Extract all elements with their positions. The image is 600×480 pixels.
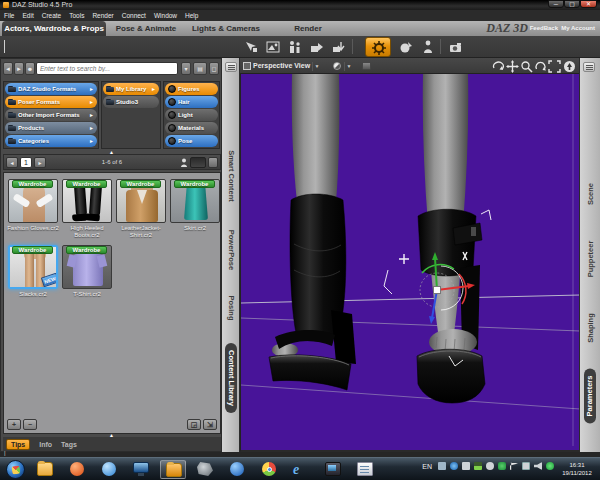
product-skirt[interactable]: Wardrobe Skirt.cr2 <box>170 179 220 243</box>
camera-dropdown[interactable]: ▼ <box>312 62 321 71</box>
taskbar-windows-explorer[interactable] <box>32 460 58 479</box>
tree-item-hair[interactable]: Hair <box>165 96 218 108</box>
search-option-button[interactable]: ▾ <box>181 62 191 75</box>
dock-menu-icon[interactable] <box>225 62 237 72</box>
dock-menu-icon[interactable] <box>583 62 595 72</box>
view-size-button[interactable] <box>208 157 218 168</box>
tab-parameters[interactable]: Parameters <box>584 369 596 424</box>
bluetooth-tray-icon[interactable] <box>450 462 458 470</box>
tab-render[interactable]: Render <box>286 21 330 36</box>
tab-powerpose[interactable]: PowerPose <box>226 230 235 270</box>
camera-selector[interactable]: Perspective View <box>253 62 310 69</box>
taskbar-messenger[interactable] <box>96 460 122 479</box>
flag-tray-icon[interactable] <box>510 462 518 470</box>
menu-help[interactable]: Help <box>185 12 198 19</box>
surfaces-paint-icon[interactable] <box>398 39 414 55</box>
scene-image-icon[interactable] <box>265 39 281 55</box>
tab-content-library[interactable]: Content Library <box>225 343 237 413</box>
zoom-out-button[interactable]: − <box>23 419 37 430</box>
tab-actors-wardrobe-props[interactable]: Actors, Wardrobe & Props <box>2 21 106 36</box>
wardrobe-export-icon[interactable] <box>309 39 325 55</box>
tree-item-pose[interactable]: Pose <box>165 135 218 147</box>
taskbar-internet-explorer[interactable]: e <box>288 460 314 479</box>
taskbar-document[interactable] <box>352 460 378 479</box>
zoom-in-button[interactable]: + <box>7 419 21 430</box>
menu-window[interactable]: Window <box>154 12 177 19</box>
orbit-camera-icon[interactable] <box>492 60 505 73</box>
tree-item-props[interactable]: Props <box>165 148 218 149</box>
tree-item-studio3[interactable]: Studio3 <box>103 96 159 108</box>
drawstyle-dropdown[interactable]: ▼ <box>344 62 353 71</box>
tree-item-my-library[interactable]: My Library► <box>103 83 159 95</box>
folder-view-button[interactable]: ▤ <box>193 62 207 75</box>
menu-render[interactable]: Render <box>92 12 113 19</box>
viewport-3d-scene[interactable] <box>240 74 579 452</box>
hidden-icons-button[interactable] <box>438 462 446 470</box>
clock-tray-icon[interactable] <box>486 462 494 470</box>
taskbar-chrome[interactable] <box>256 460 282 479</box>
search-mode-button[interactable]: ☻ <box>25 62 35 75</box>
close-button[interactable]: ✕ <box>580 0 597 8</box>
drawstyle-icon[interactable] <box>333 62 341 70</box>
tree-item-light[interactable]: Light <box>165 109 218 121</box>
product-leatherjacket-shirt[interactable]: Wardrobe LeatherJacket-Shirt.cr2 <box>116 179 166 243</box>
my-account-link[interactable]: My Account <box>561 25 595 31</box>
tree-item-other-import-formats[interactable]: Other Import Formats► <box>5 109 97 121</box>
volume-tray-icon[interactable] <box>534 462 542 470</box>
tab-tips[interactable]: Tips <box>6 439 30 450</box>
tab-scene[interactable]: Scene <box>586 183 595 205</box>
tab-lights-cameras[interactable]: Lights & Cameras <box>186 21 266 36</box>
tree-item-products[interactable]: Products► <box>5 122 97 134</box>
frame-icon[interactable] <box>548 60 561 73</box>
taskbar-daz-folder[interactable] <box>160 460 186 479</box>
tree-item-daz-studio-formats[interactable]: DAZ Studio Formats► <box>5 83 97 95</box>
props-export-icon[interactable] <box>331 39 347 55</box>
feedback-link[interactable]: FeedBack <box>530 25 558 31</box>
taskbar-daz-studio[interactable] <box>192 460 218 479</box>
tree-item-poser-formats[interactable]: Poser Formats► <box>5 96 97 108</box>
menu-tools[interactable]: Tools <box>69 12 84 19</box>
tab-tags[interactable]: Tags <box>61 441 77 448</box>
tab-pose-animate[interactable]: Pose & Animate <box>112 21 180 36</box>
window-tray-icon[interactable] <box>522 462 530 470</box>
tree-item-categories[interactable]: Categories► <box>5 135 97 147</box>
pan-camera-icon[interactable] <box>506 60 519 73</box>
product-high-heeled-boots[interactable]: Wardrobe High Heeled Boots.cr2 <box>62 179 112 243</box>
start-button[interactable] <box>6 460 25 479</box>
tab-info[interactable]: Info <box>39 441 52 448</box>
display-tray-icon[interactable] <box>462 462 470 470</box>
tab-shaping[interactable]: Shaping <box>586 313 595 343</box>
forward-button[interactable]: ► <box>14 62 24 75</box>
shield-tray-icon[interactable] <box>498 462 506 470</box>
tree-item-materials[interactable]: Materials <box>165 122 218 134</box>
taskbar-media-player[interactable] <box>64 460 90 479</box>
menu-connect[interactable]: Connect <box>122 12 146 19</box>
menu-file[interactable]: File <box>4 12 14 19</box>
tab-smart-content[interactable]: Smart Content <box>226 150 235 202</box>
maximize-button[interactable]: ▢ <box>564 0 580 8</box>
search-input[interactable] <box>36 62 178 75</box>
viewport-options-icon[interactable] <box>362 62 371 70</box>
clock[interactable]: 16:31 19/11/2012 <box>555 461 599 477</box>
view-toggle[interactable] <box>190 157 206 168</box>
grid-option-button[interactable]: ◲ <box>187 419 201 430</box>
character-icon[interactable] <box>420 39 436 55</box>
taskbar-computer[interactable] <box>128 460 154 479</box>
person-filter-icon[interactable] <box>180 158 188 168</box>
reset-camera-icon[interactable] <box>563 60 576 73</box>
taskbar-bluetooth[interactable] <box>224 460 250 479</box>
network-tray-icon[interactable] <box>474 462 482 470</box>
filter-button[interactable]: ◻ <box>209 62 219 75</box>
product-fashion-gloves[interactable]: Wardrobe Fashion Gloves.cr2 <box>8 179 58 243</box>
grid-resize-button[interactable]: ⇲ <box>203 419 217 430</box>
tab-puppeteer[interactable]: Puppeteer <box>586 241 595 278</box>
sync-tray-icon[interactable] <box>546 462 554 470</box>
tree-item-figures[interactable]: Figures <box>165 83 218 95</box>
product-slacks[interactable]: NEW Wardrobe Slacks.cr2 <box>8 245 58 309</box>
taskbar-snipping-tool[interactable] <box>320 460 346 479</box>
product-t-shirt[interactable]: Wardrobe T-Shirt.cr2 <box>62 245 112 309</box>
title-bar[interactable]: DAZ Studio 4.5 Pro ─ ▢ ✕ <box>0 0 600 10</box>
active-tool-button[interactable] <box>365 37 391 57</box>
menu-create[interactable]: Create <box>42 12 62 19</box>
render-camera-icon[interactable] <box>448 39 464 55</box>
